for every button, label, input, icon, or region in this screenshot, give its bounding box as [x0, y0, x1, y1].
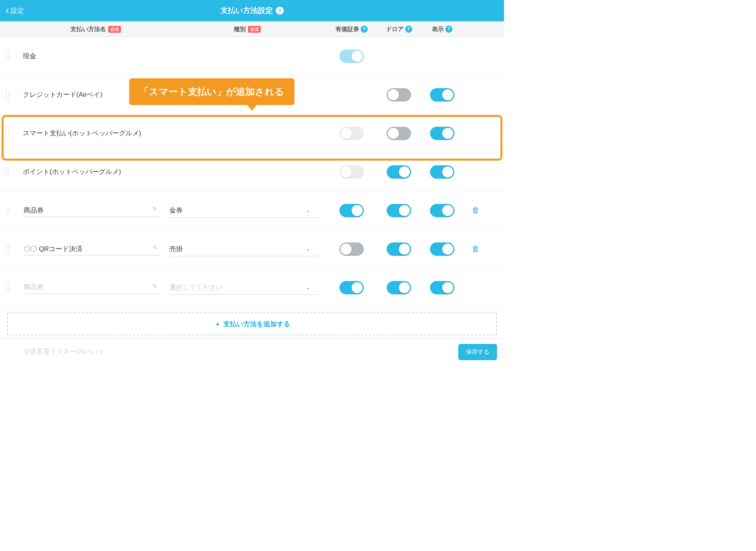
payment-type-select[interactable]: 売掛 ⌄ [169, 242, 318, 256]
payment-row: ∷∷∷ ポイント(ホットペッパーグルメ) [0, 153, 504, 191]
toggle-security [339, 50, 364, 63]
payment-row-editable: ∷∷∷ ✎ 金券 ⌄ 🗑 [0, 191, 504, 230]
select-value: 金券 [169, 206, 183, 215]
chevron-down-icon: ⌄ [306, 207, 310, 213]
plus-icon: ＋ [214, 320, 221, 329]
pencil-icon: ✎ [152, 205, 158, 213]
toggle-display[interactable] [430, 242, 454, 256]
col-security: 有価証券 ? [326, 26, 377, 33]
toggle-display-cell [421, 127, 464, 140]
save-button[interactable]: 保存する [458, 344, 497, 360]
toggle-display-cell [421, 281, 464, 294]
toggle-security-cell [326, 50, 377, 63]
toggle-drawer-cell [377, 165, 421, 179]
toggle-drawer-cell [377, 204, 421, 217]
app-header: ‹ 設定 支払い方法設定 ? [0, 0, 504, 21]
col-security-label: 有価証券 [335, 26, 359, 33]
drag-handle-icon[interactable]: ∷∷∷ [6, 245, 23, 253]
toggle-security[interactable] [339, 242, 364, 256]
toggle-drawer[interactable] [387, 88, 411, 102]
drag-handle-icon[interactable]: ∷∷∷ [6, 206, 23, 214]
col-drawer: ドロア ? [377, 26, 421, 33]
toggle-security [339, 127, 364, 140]
payment-row-new: ∷∷∷ ✎ 選択してください ⌄ [0, 268, 504, 307]
payment-type-select[interactable]: 選択してください ⌄ [169, 281, 318, 295]
payment-name-input[interactable] [23, 204, 161, 217]
payment-row-disabled: 交通系電子マネー(Airペイ) [0, 338, 504, 365]
toggle-display[interactable] [430, 88, 454, 102]
page-title-group: 支払い方法設定 ? [220, 6, 284, 16]
col-display-label: 表示 [432, 26, 444, 33]
toggle-drawer[interactable] [387, 127, 411, 140]
toggle-drawer-cell [377, 242, 421, 256]
toggle-display-cell [421, 88, 464, 102]
drag-handle-icon[interactable]: ∷∷∷ [6, 91, 23, 99]
col-type-label: 種別 [234, 26, 246, 33]
chevron-down-icon: ⌄ [306, 246, 310, 252]
toggle-security[interactable] [339, 281, 364, 294]
annotation-arrow-icon [247, 105, 257, 111]
toggle-display[interactable] [430, 165, 454, 179]
toggle-display[interactable] [430, 127, 454, 140]
payment-name: ポイント(ホットペッパーグルメ) [23, 167, 326, 176]
col-type: 種別 必須 [169, 26, 326, 33]
toggle-security-cell [326, 165, 377, 179]
column-header: 支払い方法名 必須 種別 必須 有価証券 ? ドロア ? 表示 ? [0, 21, 504, 37]
annotation-callout: 「スマート支払い」が追加される [129, 78, 295, 105]
toggle-display[interactable] [430, 281, 454, 294]
toggle-security-cell [326, 127, 377, 140]
help-icon[interactable]: ? [445, 26, 452, 33]
payment-name: 交通系電子マネー(Airペイ) [23, 347, 102, 356]
drag-handle-icon[interactable]: ∷∷∷ [6, 129, 23, 137]
payment-row: ∷∷∷ 現金 [0, 37, 504, 76]
footer-divider [0, 338, 504, 339]
add-payment-label: 支払い方法を追加する [223, 320, 290, 329]
page-title: 支払い方法設定 [220, 6, 273, 16]
toggle-drawer[interactable] [387, 165, 411, 179]
chevron-down-icon: ⌄ [306, 285, 310, 290]
back-label: 設定 [11, 6, 24, 15]
payment-row-smart: ∷∷∷ スマート支払い(ホットペッパーグルメ) [0, 114, 504, 153]
toggle-drawer[interactable] [387, 204, 411, 217]
toggle-drawer[interactable] [387, 281, 411, 294]
payment-name-input[interactable] [23, 281, 161, 294]
col-name: 支払い方法名 必須 [23, 26, 169, 33]
toggle-drawer-cell [377, 281, 421, 294]
toggle-security-cell [326, 281, 377, 294]
toggle-security[interactable] [339, 204, 364, 217]
pencil-icon: ✎ [152, 244, 158, 251]
trash-icon[interactable]: 🗑 [472, 206, 480, 215]
drag-handle-icon[interactable]: ∷∷∷ [6, 168, 23, 176]
select-placeholder: 選択してください [169, 283, 223, 292]
payment-name: 現金 [23, 52, 326, 61]
drag-handle-icon[interactable]: ∷∷∷ [6, 283, 23, 292]
required-badge: 必須 [248, 26, 261, 33]
toggle-display-cell [421, 242, 464, 256]
back-button[interactable]: ‹ 設定 [6, 6, 24, 16]
col-display: 表示 ? [421, 26, 464, 33]
trash-icon[interactable]: 🗑 [472, 244, 480, 253]
toggle-drawer-cell [377, 127, 421, 140]
toggle-drawer[interactable] [387, 242, 411, 256]
pencil-icon: ✎ [152, 283, 158, 290]
help-icon[interactable]: ? [405, 26, 412, 33]
toggle-display[interactable] [430, 204, 454, 217]
col-drawer-label: ドロア [386, 26, 404, 33]
chevron-left-icon: ‹ [6, 5, 9, 16]
payment-row-editable: ∷∷∷ ✎ 売掛 ⌄ 🗑 [0, 230, 504, 268]
toggle-security [339, 165, 364, 179]
required-badge: 必須 [108, 26, 121, 33]
payment-type-select[interactable]: 金券 ⌄ [169, 203, 318, 218]
toggle-display-cell [421, 204, 464, 217]
help-icon[interactable]: ? [276, 7, 284, 15]
add-payment-button[interactable]: ＋ 支払い方法を追加する [7, 312, 497, 335]
select-value: 売掛 [169, 244, 183, 253]
toggle-security-cell [326, 204, 377, 217]
help-icon[interactable]: ? [361, 26, 368, 33]
drag-handle-icon[interactable]: ∷∷∷ [6, 52, 23, 60]
payment-name: スマート支払い(ホットペッパーグルメ) [23, 129, 326, 138]
payment-name-input[interactable] [23, 242, 161, 255]
toggle-security-cell [326, 242, 377, 256]
toggle-display-cell [421, 165, 464, 179]
toggle-drawer-cell [377, 88, 421, 102]
